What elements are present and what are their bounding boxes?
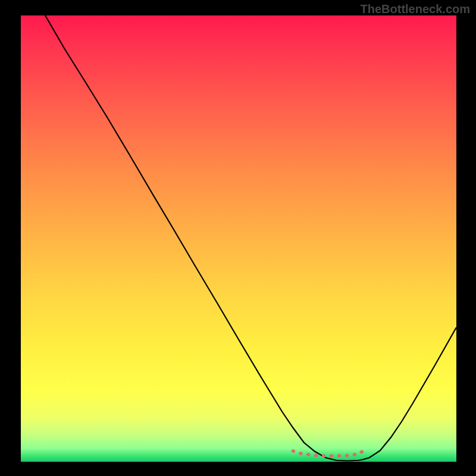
flat-zone-marker-line <box>293 451 364 456</box>
chart-svg <box>21 15 456 462</box>
bottleneck-curve-line <box>45 15 456 461</box>
watermark-text: TheBottleneck.com <box>361 2 470 16</box>
plot-area <box>21 15 456 462</box>
